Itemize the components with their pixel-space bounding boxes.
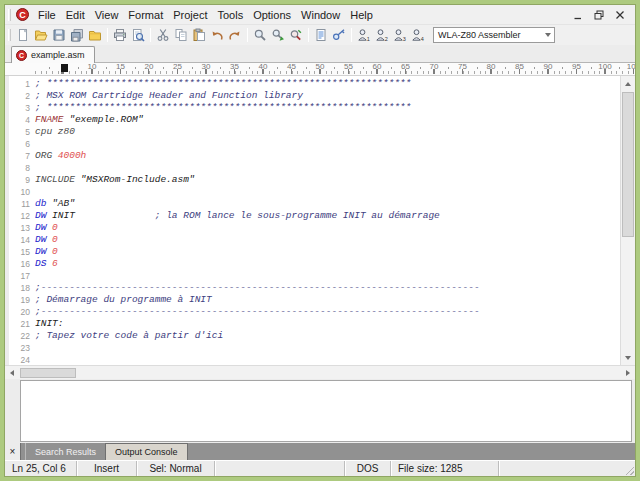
tab-label: example.asm xyxy=(31,50,85,60)
undo-icon xyxy=(210,28,224,42)
open-file-icon xyxy=(34,28,48,42)
code-token: ; **************************************… xyxy=(35,102,411,113)
ruler: 5101520253035404550556065707580859095100… xyxy=(5,63,635,76)
ruler-mid-dot xyxy=(78,67,79,69)
code-line xyxy=(35,162,620,174)
menu-item-options[interactable]: Options xyxy=(248,7,296,23)
line-number: 14 xyxy=(9,234,30,246)
panel-close-button[interactable]: × xyxy=(5,443,21,460)
menu-item-view[interactable]: View xyxy=(90,7,124,23)
menu-item-edit[interactable]: Edit xyxy=(61,7,90,23)
line-number: 16 xyxy=(9,258,30,270)
scroll-down-button[interactable] xyxy=(621,350,635,365)
ruler-number: 15 xyxy=(116,63,125,71)
user-macro-4-button[interactable]: 4 xyxy=(409,26,427,44)
output-panel xyxy=(5,379,635,443)
cut-button[interactable] xyxy=(154,26,172,44)
ruler-number: 10 xyxy=(88,63,97,71)
ruler-number: 20 xyxy=(145,63,154,71)
file-type-icon: C xyxy=(16,50,27,61)
open-file-button[interactable] xyxy=(32,26,50,44)
code-token: db xyxy=(35,198,46,209)
scroll-right-button[interactable] xyxy=(621,366,635,379)
code-token: "MSXRom-Include.asm" xyxy=(81,174,195,185)
code-token: ; la ROM lance le sous-programme INIT au… xyxy=(155,210,440,221)
syntax-highlighter-dropdown[interactable]: WLA-Z80 Assembler xyxy=(433,27,555,43)
toolbar-buttons: 1234 xyxy=(14,26,427,44)
code-editor[interactable]: 123456789101112131415161718192021222324 … xyxy=(5,76,635,365)
user-macro-1-button[interactable]: 1 xyxy=(355,26,373,44)
print-button[interactable] xyxy=(111,26,129,44)
code-line: ; **************************************… xyxy=(35,102,620,114)
window-controls xyxy=(571,9,633,21)
user-macro-2-button[interactable]: 2 xyxy=(373,26,391,44)
horizontal-scrollbar[interactable] xyxy=(5,365,635,379)
print-icon xyxy=(113,28,127,42)
save-all-button[interactable] xyxy=(68,26,86,44)
arrow-left-icon xyxy=(10,370,14,376)
document-tab-example-asm[interactable]: Cexample.asm xyxy=(11,46,95,63)
redo-icon xyxy=(228,28,242,42)
close-button[interactable] xyxy=(613,9,627,21)
svg-text:1: 1 xyxy=(367,36,370,42)
new-file-button[interactable] xyxy=(14,26,32,44)
code-line xyxy=(35,186,620,198)
menu-item-file[interactable]: File xyxy=(33,7,61,23)
key-button[interactable] xyxy=(330,26,348,44)
code-token: INIT xyxy=(46,210,154,221)
ruler-number: 80 xyxy=(487,63,496,71)
code-token: DW xyxy=(35,234,46,245)
menu-item-window[interactable]: Window xyxy=(296,7,345,23)
code-token: 0 xyxy=(52,234,58,245)
code-area[interactable]: ; **************************************… xyxy=(35,76,620,365)
vertical-scroll-track[interactable] xyxy=(621,91,635,350)
status-cell-2: Sel: Normal xyxy=(137,461,215,476)
scroll-left-button[interactable] xyxy=(5,366,19,379)
code-line: ; MSX ROM Cartridge Header and Function … xyxy=(35,90,620,102)
ruler-mid-dot xyxy=(192,67,193,69)
print-preview-button[interactable] xyxy=(129,26,147,44)
find-icon xyxy=(253,28,267,42)
redo-button[interactable] xyxy=(226,26,244,44)
find-next-icon xyxy=(271,28,285,42)
find-next-button[interactable] xyxy=(269,26,287,44)
panel-tab-output-console[interactable]: Output Console xyxy=(105,443,188,460)
undo-button[interactable] xyxy=(208,26,226,44)
panel-tab-search-results[interactable]: Search Results xyxy=(25,443,105,460)
find-button[interactable] xyxy=(251,26,269,44)
ruler-number: 65 xyxy=(401,63,410,71)
ruler-number: 40 xyxy=(259,63,268,71)
vertical-scroll-thumb[interactable] xyxy=(622,92,634,237)
menu-item-tools[interactable]: Tools xyxy=(212,7,248,23)
menu-item-project[interactable]: Project xyxy=(168,7,212,23)
find-replace-button[interactable] xyxy=(287,26,305,44)
line-number: 13 xyxy=(9,222,30,234)
doc-template-button[interactable] xyxy=(312,26,330,44)
output-console-content[interactable] xyxy=(20,380,632,442)
ruler-mid-dot xyxy=(334,67,335,69)
line-number-gutter: 123456789101112131415161718192021222324 xyxy=(9,76,35,365)
menu-item-help[interactable]: Help xyxy=(345,7,378,23)
user-macro-3-icon: 3 xyxy=(393,28,407,42)
horizontal-scroll-thumb[interactable] xyxy=(20,368,76,378)
ruler-number: 25 xyxy=(173,63,182,71)
save-file-button[interactable] xyxy=(50,26,68,44)
line-number: 20 xyxy=(9,306,30,318)
vertical-scrollbar[interactable] xyxy=(620,76,635,365)
paste-button[interactable] xyxy=(190,26,208,44)
user-macro-3-button[interactable]: 3 xyxy=(391,26,409,44)
code-line: INCLUDE "MSXRom-Include.asm" xyxy=(35,174,620,186)
ruler-mid-dot xyxy=(534,67,535,69)
copy-icon xyxy=(174,28,188,42)
panel-tabs: Search ResultsOutput Console xyxy=(25,443,188,460)
menu-item-format[interactable]: Format xyxy=(123,7,168,23)
copy-button[interactable] xyxy=(172,26,190,44)
restore-button[interactable] xyxy=(592,9,606,21)
folder-button[interactable] xyxy=(86,26,104,44)
scroll-up-button[interactable] xyxy=(621,76,635,91)
menubar-grip xyxy=(8,9,11,21)
code-token: ; **************************************… xyxy=(35,78,411,89)
toolbar-separator xyxy=(107,28,108,42)
code-token: "AB" xyxy=(46,198,75,209)
minimize-button[interactable] xyxy=(571,9,585,21)
